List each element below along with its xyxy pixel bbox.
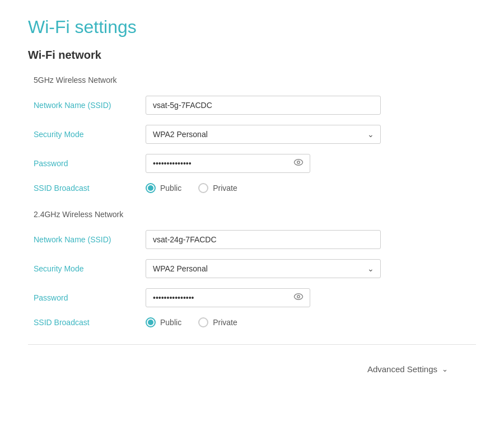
password-5g-input[interactable]: [146, 154, 310, 173]
ssid-broadcast-24g-public-option[interactable]: Public: [146, 317, 181, 327]
ssid-5g-label: Network Name (SSID): [34, 101, 146, 110]
ssid-5g-input[interactable]: [146, 96, 381, 115]
ssid-broadcast-24g-public-label: Public: [160, 318, 181, 327]
advanced-settings-button[interactable]: Advanced Settings ⌄: [367, 364, 448, 374]
network-24g-section: 2.4GHz Wireless Network Network Name (SS…: [34, 210, 476, 327]
ssid-24g-row: Network Name (SSID): [34, 230, 476, 249]
svg-point-1: [297, 161, 300, 164]
svg-point-0: [295, 160, 303, 166]
bottom-divider: [28, 344, 476, 345]
ssid-broadcast-24g-private-radio[interactable]: [198, 317, 208, 327]
security-24g-select[interactable]: WPA2 Personal WPA Personal WPA2/WPA Mixe…: [146, 259, 381, 278]
password-24g-label: Password: [34, 293, 146, 302]
security-5g-select-wrapper: WPA2 Personal WPA Personal WPA2/WPA Mixe…: [146, 125, 381, 144]
password-24g-toggle-btn[interactable]: [292, 292, 305, 304]
ssid-broadcast-5g-private-radio[interactable]: [198, 183, 208, 193]
ssid-broadcast-24g-public-radio[interactable]: [146, 317, 156, 327]
eye-icon: [293, 158, 304, 166]
section-title: Wi-Fi network: [28, 49, 476, 62]
ssid-broadcast-5g-public-label: Public: [160, 184, 181, 193]
security-24g-row: Security Mode WPA2 Personal WPA Personal…: [34, 259, 476, 278]
security-24g-select-wrapper: WPA2 Personal WPA Personal WPA2/WPA Mixe…: [146, 259, 381, 278]
page-title: Wi-Fi settings: [28, 17, 476, 37]
security-5g-select[interactable]: WPA2 Personal WPA Personal WPA2/WPA Mixe…: [146, 125, 381, 144]
ssid-broadcast-5g-radio-group: Public Private: [146, 183, 237, 193]
advanced-settings-chevron-icon: ⌄: [442, 365, 448, 373]
network-5g-section: 5GHz Wireless Network Network Name (SSID…: [34, 76, 476, 193]
ssid-broadcast-5g-private-label: Private: [213, 184, 237, 193]
ssid-broadcast-5g-public-radio[interactable]: [146, 183, 156, 193]
password-5g-row: Password: [34, 154, 476, 173]
ssid-broadcast-24g-radio-group: Public Private: [146, 317, 237, 327]
password-5g-toggle-btn[interactable]: [292, 157, 305, 170]
ssid-broadcast-24g-private-label: Private: [213, 318, 237, 327]
advanced-settings-label: Advanced Settings: [367, 364, 437, 374]
ssid-broadcast-24g-private-option[interactable]: Private: [198, 317, 237, 327]
ssid-broadcast-5g-row: SSID Broadcast Public Private: [34, 183, 476, 193]
ssid-24g-input-wrapper: [146, 230, 381, 249]
ssid-broadcast-5g-public-option[interactable]: Public: [146, 183, 181, 193]
password-5g-label: Password: [34, 159, 146, 168]
advanced-settings-row: Advanced Settings ⌄: [28, 356, 476, 382]
ssid-broadcast-24g-label: SSID Broadcast: [34, 318, 146, 327]
eye-icon: [293, 293, 304, 301]
security-5g-row: Security Mode WPA2 Personal WPA Personal…: [34, 125, 476, 144]
security-24g-label: Security Mode: [34, 264, 146, 273]
password-24g-input[interactable]: [146, 288, 310, 307]
ssid-broadcast-5g-label: SSID Broadcast: [34, 184, 146, 193]
security-5g-label: Security Mode: [34, 130, 146, 139]
ssid-24g-input[interactable]: [146, 230, 381, 249]
svg-point-2: [295, 294, 303, 300]
ssid-broadcast-5g-private-option[interactable]: Private: [198, 183, 237, 193]
ssid-5g-row: Network Name (SSID): [34, 96, 476, 115]
network-24g-label: 2.4GHz Wireless Network: [34, 210, 476, 219]
password-5g-wrapper: [146, 154, 381, 173]
password-24g-wrapper: [146, 288, 381, 307]
network-5g-label: 5GHz Wireless Network: [34, 76, 476, 85]
page-container: Wi-Fi settings Wi-Fi network 5GHz Wirele…: [0, 0, 504, 399]
ssid-24g-label: Network Name (SSID): [34, 235, 146, 244]
svg-point-3: [297, 296, 300, 298]
ssid-5g-input-wrapper: [146, 96, 381, 115]
ssid-broadcast-24g-row: SSID Broadcast Public Private: [34, 317, 476, 327]
password-24g-row: Password: [34, 288, 476, 307]
